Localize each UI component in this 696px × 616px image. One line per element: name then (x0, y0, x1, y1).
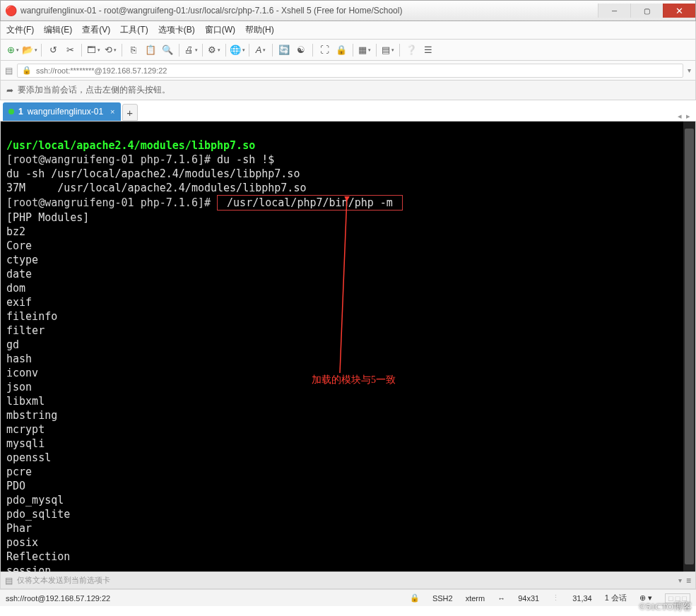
status-protocol: SSH2 (432, 594, 453, 603)
address-input[interactable]: 🔒 ssh://root:********@192.168.57.129:22 (17, 64, 683, 78)
window-title-bar: 🔴 wangruifenglinux-01 - root@wangruifeng… (0, 0, 696, 21)
status-bar: ssh://root@192.168.57.129:22 🔒 SSH2 xter… (0, 589, 696, 606)
new-session-button[interactable]: ⊕▾ (5, 42, 20, 58)
module-line: fileinfo (6, 310, 57, 323)
scrollbar-thumb[interactable] (685, 129, 694, 564)
print-button[interactable]: 🖨▾ (183, 42, 199, 58)
status-dot-icon (8, 109, 14, 114)
copy-button[interactable]: ⎘ (126, 42, 141, 58)
fullscreen-button[interactable]: ⛶ (317, 42, 332, 58)
properties-button[interactable]: 🗔▾ (85, 42, 101, 58)
module-line: exif (6, 296, 32, 309)
tab-nav: ◂ ▸ (678, 112, 690, 121)
menu-file[interactable]: 文件(F) (6, 24, 34, 36)
tab-next-icon[interactable]: ▸ (686, 112, 690, 121)
menu-tab[interactable]: 选项卡(B) (158, 24, 195, 36)
menu-bar: 文件(F) 编辑(E) 查看(V) 工具(T) 选项卡(B) 窗口(W) 帮助(… (0, 21, 696, 40)
tab-index: 1 (18, 107, 23, 117)
color-scheme-button[interactable]: 🔄 (276, 42, 292, 58)
module-line: hash (6, 353, 32, 365)
toolbar-separator (312, 44, 313, 57)
terminal-echo: du -sh /usr/local/apache2.4/modules/libp… (6, 167, 300, 180)
compose-bar: ▤ 仅将文本发送到当前选项卡 ▾ ≡ (0, 572, 696, 589)
module-line: Core (6, 239, 32, 252)
status-connection: ssh://root@192.168.57.129:22 (6, 594, 110, 603)
compose-input[interactable]: 仅将文本发送到当前选项卡 (17, 575, 674, 586)
resize-icon: ↔ (497, 594, 505, 603)
font-button[interactable]: A▾ (253, 42, 269, 58)
menu-window[interactable]: 窗口(W) (205, 24, 235, 36)
lock-button[interactable]: 🔒 (334, 42, 349, 58)
status-sessions: 1 会话 (605, 593, 627, 603)
module-line: Phar (6, 522, 32, 535)
toolbar-separator (249, 44, 249, 57)
browser-button[interactable]: 🌐▾ (230, 42, 245, 58)
hint-text: 要添加当前会话，点击左侧的箭头按钮。 (18, 84, 170, 96)
toolbar-separator (399, 44, 400, 57)
toolbar-separator (272, 44, 273, 57)
module-line: filter (6, 324, 45, 337)
find-button[interactable]: 🔍 (160, 42, 175, 58)
module-line: pdo_mysql (6, 494, 64, 507)
close-button[interactable]: ✕ (663, 4, 695, 18)
expand-icon[interactable]: ▤ (5, 66, 13, 76)
module-line: mbstring (6, 409, 57, 422)
menu-edit[interactable]: 编辑(E) (44, 24, 72, 36)
address-dropdown[interactable]: ▾ (688, 66, 691, 74)
settings-button[interactable]: ⚙▾ (206, 42, 222, 58)
menu-view[interactable]: 查看(V) (82, 24, 110, 36)
terminal-scrollbar[interactable] (683, 122, 695, 571)
highlighted-command: /usr/local/php7/bin/php -m (217, 195, 403, 211)
highlight-button[interactable]: ☯ (293, 42, 309, 58)
toolbar-separator (81, 44, 82, 57)
address-bar: ▤ 🔒 ssh://root:********@192.168.57.129:2… (0, 61, 696, 81)
module-line: PDO (6, 480, 25, 492)
menu-help[interactable]: 帮助(H) (245, 24, 274, 36)
module-line: session (6, 564, 51, 572)
compose-icon[interactable]: ▤ (5, 576, 13, 586)
minimize-button[interactable]: ─ (598, 4, 630, 18)
terminal-output-line: 37M /usr/local/apache2.4/modules/libphp7… (6, 182, 306, 194)
toolbar-separator (122, 44, 122, 57)
tab-prev-icon[interactable]: ◂ (678, 112, 682, 121)
module-line: mysqli (6, 437, 45, 450)
bookmark-button[interactable]: ☰ (420, 42, 436, 58)
module-line: ctype (6, 254, 38, 266)
app-icon: 🔴 (5, 5, 16, 16)
hint-arrow-icon[interactable]: ➦ (6, 85, 13, 95)
status-term: xterm (466, 594, 485, 603)
tab-close-icon[interactable]: × (110, 107, 114, 116)
status-cursor-pos: 31,34 (572, 594, 592, 603)
paste-button[interactable]: 📋 (143, 42, 158, 58)
session-tabs: 1 wangruifenglinux-01 × + ◂ ▸ (0, 100, 696, 122)
terminal-header: [PHP Modules] (6, 211, 89, 224)
toolbar: ⊕▾ 📂▾ ↺ ✂ 🗔▾ ⟲▾ ⎘ 📋 🔍 🖨▾ ⚙▾ 🌐▾ A▾ 🔄 ☯ ⛶ … (0, 40, 696, 61)
tab-add-button[interactable]: + (122, 104, 138, 121)
compose-dropdown[interactable]: ▾ (678, 576, 682, 584)
tab-name: wangruifenglinux-01 (28, 107, 103, 117)
terminal-path-line: /usr/local/apache2.4/modules/libphp7.so (6, 139, 255, 152)
tile-button[interactable]: ▦▾ (357, 42, 372, 58)
window-title: wangruifenglinux-01 - root@wangruifeng-0… (20, 6, 598, 16)
toolbar-separator (41, 44, 42, 57)
watermark: ©51CTO博客 (639, 600, 692, 613)
open-button[interactable]: 📂▾ (22, 42, 37, 58)
lock-icon: 🔒 (22, 66, 32, 75)
session-tab-active[interactable]: 1 wangruifenglinux-01 × (3, 102, 121, 121)
reconnect-button[interactable]: ↺ (45, 42, 61, 58)
module-line: iconv (6, 367, 38, 379)
compose-menu-icon[interactable]: ≡ (686, 576, 691, 586)
maximize-button[interactable]: ▢ (630, 4, 663, 18)
tunneling-button[interactable]: ⟲▾ (102, 42, 118, 58)
svg-line-0 (340, 196, 347, 373)
terminal-output[interactable]: /usr/local/apache2.4/modules/libphp7.so … (0, 122, 696, 572)
help-button[interactable]: ❔ (403, 42, 419, 58)
terminal-prompt: [root@wangruifeng-01 php-7.1.6]# (6, 196, 217, 209)
disconnect-button[interactable]: ✂ (62, 42, 78, 58)
module-line: libxml (6, 395, 45, 408)
menu-tools[interactable]: 工具(T) (120, 24, 148, 36)
toolbar-separator (376, 44, 377, 57)
module-line: gd (6, 338, 19, 351)
module-line: pcre (6, 466, 32, 478)
compose-button[interactable]: ▤▾ (380, 42, 396, 58)
